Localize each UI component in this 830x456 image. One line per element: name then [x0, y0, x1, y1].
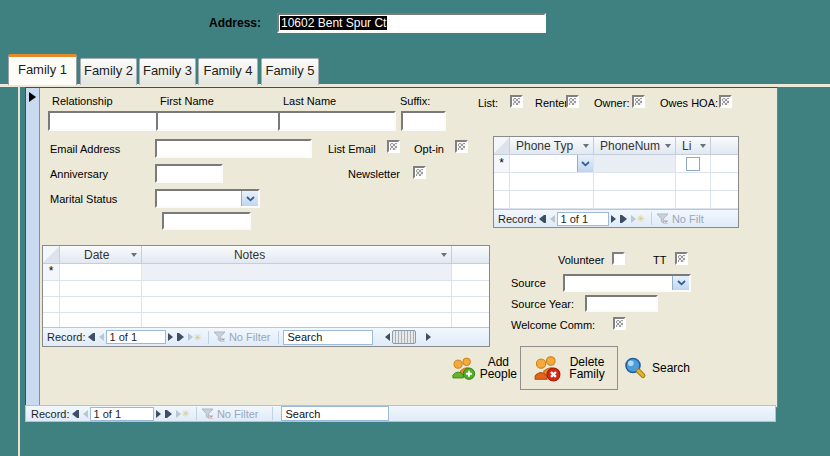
list-cell[interactable] — [676, 155, 711, 172]
record-selector-strip[interactable] — [26, 88, 40, 405]
welcome-comm-checkbox[interactable] — [613, 317, 626, 330]
filter-icon — [201, 408, 214, 420]
first-record-button[interactable] — [72, 410, 79, 418]
add-person-icon — [451, 354, 476, 382]
tab-family-5[interactable]: Family 5 — [261, 58, 319, 85]
welcome-comm-label: Welcome Comm: — [511, 319, 595, 331]
source-dropdown-button[interactable] — [672, 276, 689, 290]
list-email-label: List Email — [328, 143, 376, 155]
tab-family-2[interactable]: Family 2 — [80, 58, 137, 85]
record-position[interactable]: 1 of 1 — [557, 212, 609, 226]
chevron-down-icon — [581, 161, 590, 167]
filter-state-label[interactable]: No Filt — [672, 213, 704, 225]
record-position[interactable]: 1 of 1 — [90, 407, 154, 421]
owner-checkbox[interactable] — [632, 95, 645, 108]
notes-empty-row[interactable] — [43, 281, 489, 297]
add-people-button[interactable]: AddPeople — [451, 350, 517, 386]
list-column-header[interactable]: Li — [676, 137, 711, 154]
last-record-button[interactable] — [620, 215, 627, 223]
list-label: List: — [478, 97, 498, 109]
previous-record-button[interactable] — [99, 333, 104, 341]
search-input[interactable] — [281, 406, 389, 421]
new-record-selector[interactable]: * — [43, 264, 60, 280]
relationship-label: Relationship — [52, 95, 113, 107]
newsletter-checkbox[interactable] — [413, 166, 426, 179]
sort-dropdown-icon[interactable] — [583, 144, 589, 148]
tt-label: TT — [653, 254, 666, 266]
next-record-button[interactable] — [611, 215, 616, 223]
phone-empty-row[interactable] — [494, 173, 738, 191]
list-flag-checkbox[interactable] — [686, 157, 700, 171]
nav-separator — [651, 212, 652, 225]
horizontal-scrollbar-thumb[interactable] — [392, 330, 416, 344]
last-name-input[interactable] — [278, 111, 396, 131]
tab-family-4[interactable]: Family 4 — [198, 58, 258, 85]
marital-status-dropdown-button[interactable] — [241, 191, 258, 206]
notes-cell[interactable] — [142, 264, 452, 280]
new-record-selector[interactable]: * — [494, 155, 510, 172]
delete-family-button[interactable]: DeleteFamily — [520, 346, 618, 390]
phone-type-cell[interactable] — [510, 155, 594, 172]
opt-in-checkbox[interactable] — [455, 140, 468, 153]
first-name-input[interactable] — [156, 111, 293, 131]
suffix-label: Suffix: — [400, 95, 430, 107]
notes-column-header[interactable]: Notes — [142, 246, 452, 263]
scroll-right-button[interactable] — [426, 333, 431, 341]
opt-in-label: Opt-in — [414, 143, 444, 155]
search-input[interactable] — [283, 330, 373, 345]
last-record-button[interactable] — [165, 410, 172, 418]
phone-number-cell[interactable] — [594, 155, 676, 172]
suffix-input[interactable] — [401, 111, 446, 131]
tt-checkbox[interactable] — [675, 252, 688, 265]
first-record-button[interactable] — [539, 215, 546, 223]
marital-status-extra-input[interactable] — [162, 212, 251, 230]
record-position[interactable]: 1 of 1 — [106, 330, 166, 344]
source-year-input[interactable] — [585, 295, 658, 312]
new-record-button[interactable]: ✳ — [188, 332, 202, 343]
phone-type-column-header[interactable]: Phone Typ — [510, 137, 594, 154]
phone-number-column-header[interactable]: PhoneNum — [594, 137, 676, 154]
next-record-button[interactable] — [168, 333, 173, 341]
phone-new-record-row[interactable]: * — [494, 155, 738, 173]
previous-record-button[interactable] — [83, 410, 88, 418]
notes-empty-row[interactable] — [43, 297, 489, 313]
filter-state-label[interactable]: No Filter — [229, 331, 271, 343]
volunteer-checkbox[interactable] — [612, 252, 625, 265]
date-column-header[interactable]: Date — [60, 246, 142, 263]
search-button[interactable]: Search — [623, 355, 715, 381]
source-year-label: Source Year: — [511, 298, 574, 310]
chevron-down-icon — [246, 196, 255, 202]
tab-family-3[interactable]: Family 3 — [139, 58, 196, 85]
next-record-button[interactable] — [156, 410, 161, 418]
first-record-button[interactable] — [88, 333, 95, 341]
address-input[interactable]: 10602 Bent Spur Ct — [277, 13, 546, 33]
select-all-corner[interactable] — [43, 246, 60, 263]
sort-dropdown-icon[interactable] — [131, 253, 137, 257]
email-address-input[interactable] — [155, 139, 312, 158]
marital-status-combobox[interactable] — [155, 189, 260, 208]
sort-dropdown-icon[interactable] — [441, 253, 447, 257]
last-record-button[interactable] — [177, 333, 184, 341]
renter-checkbox[interactable] — [566, 95, 579, 108]
source-combobox[interactable] — [563, 274, 691, 292]
date-cell[interactable] — [60, 264, 142, 280]
select-all-corner[interactable] — [494, 137, 510, 154]
filter-state-label[interactable]: No Filter — [217, 408, 259, 420]
anniversary-input[interactable] — [155, 164, 223, 183]
new-record-button[interactable]: ✳ — [176, 408, 190, 419]
owes-hoa-checkbox[interactable] — [719, 95, 732, 108]
scroll-left-button[interactable] — [385, 333, 390, 341]
record-label: Record: — [31, 408, 70, 420]
delete-person-icon — [533, 354, 561, 382]
record-label: Record: — [47, 331, 86, 343]
previous-record-button[interactable] — [550, 215, 555, 223]
list-email-checkbox[interactable] — [387, 140, 400, 153]
tab-family-1[interactable]: Family 1 — [8, 54, 77, 85]
new-record-button[interactable]: ✳ — [631, 213, 645, 224]
phone-empty-row[interactable] — [494, 191, 738, 209]
sort-dropdown-icon[interactable] — [700, 144, 706, 148]
phone-type-dropdown-button[interactable] — [577, 155, 593, 172]
list-checkbox[interactable] — [510, 95, 523, 108]
notes-new-record-row[interactable]: * — [43, 264, 489, 281]
sort-dropdown-icon[interactable] — [665, 144, 671, 148]
